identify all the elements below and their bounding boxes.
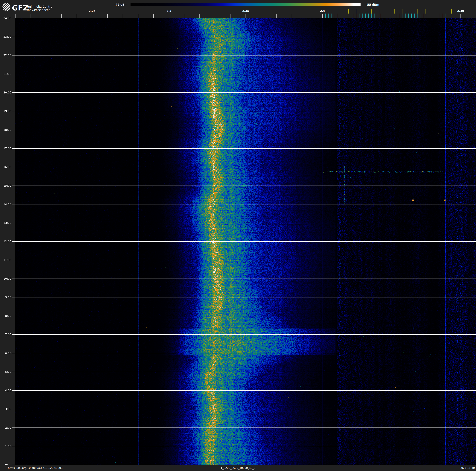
- hour-gridline: [12, 279, 476, 279]
- colorbar-max-label: -55 dBm: [366, 3, 379, 6]
- ble-channel-tick: [411, 14, 412, 18]
- date-label: 2024-11-30: [459, 466, 475, 470]
- freq-minor-tick: [153, 14, 154, 18]
- ble-channel-tick: [384, 14, 384, 18]
- ble-channel-tick: [427, 14, 427, 18]
- hour-gridline: [12, 428, 476, 428]
- freq-minor-tick: [276, 14, 276, 18]
- ble-channel-tick: [350, 14, 350, 18]
- hour-gridline: [12, 465, 476, 465]
- ble-channel-tick: [399, 14, 399, 18]
- wifi-channel-tick: [425, 9, 425, 14]
- ble-channel-tick: [368, 14, 369, 18]
- doi-label: https://doi.org/10.5880/GFZ.1.2.2024.003: [8, 466, 63, 470]
- colorbar: [131, 3, 360, 6]
- wifi-channel-tick: [348, 9, 349, 14]
- freq-minor-tick: [292, 14, 292, 18]
- ble-channel-tick: [424, 14, 424, 18]
- wifi-channel-tick: [356, 9, 357, 14]
- hour-gridline: [12, 334, 476, 335]
- hour-gridline: [12, 111, 476, 111]
- time-tick-label: 22:00: [0, 54, 11, 57]
- ble-channel-tick: [439, 14, 439, 18]
- freq-minor-tick: [15, 14, 16, 18]
- time-tick-label: 5:00: [0, 370, 11, 373]
- ble-channel-tick: [396, 14, 396, 18]
- ble-channel-tick: [353, 14, 353, 18]
- ble-channel-tick: [436, 14, 436, 18]
- spectrogram-page: GFZ Helmholtz Centre for Geosciences -75…: [0, 0, 476, 471]
- ble-channel-tick: [387, 14, 387, 18]
- ble-channel-tick: [390, 14, 390, 18]
- ble-channel-tick: [445, 14, 445, 18]
- freq-minor-tick: [200, 14, 200, 18]
- hour-gridline: [12, 353, 476, 353]
- wifi-channel-tick: [433, 9, 433, 14]
- hour-gridline: [12, 55, 476, 55]
- wifi-channel-tick: [394, 9, 395, 14]
- freq-minor-tick: [184, 14, 184, 18]
- time-tick-label: 13:00: [0, 221, 11, 224]
- wifi-channel-tick: [387, 9, 387, 14]
- ble-channel-tick: [430, 14, 430, 18]
- freq-minor-tick: [246, 14, 246, 18]
- ble-channel-tick: [393, 14, 393, 18]
- ble-channel-tick: [372, 14, 372, 18]
- brand-text: GFZ: [12, 4, 28, 12]
- hour-gridline: [12, 74, 476, 74]
- ble-channel-tick: [344, 14, 344, 18]
- time-tick-label: 6:00: [0, 352, 11, 355]
- brand-subtitle: Helmholtz Centre for Geosciences: [27, 5, 52, 12]
- wifi-channel-tick: [410, 9, 410, 14]
- time-tick-label: 14:00: [0, 203, 11, 206]
- hour-gridline: [12, 446, 476, 446]
- hour-gridline: [12, 409, 476, 409]
- time-tick-label: 20:00: [0, 91, 11, 94]
- hour-gridline: [12, 316, 476, 316]
- freq-minor-tick: [322, 14, 323, 18]
- hour-gridline: [12, 167, 476, 167]
- ble-channel-tick: [365, 14, 366, 18]
- freq-minor-tick: [261, 14, 261, 18]
- hour-gridline: [12, 241, 476, 242]
- ble-channel-tick: [332, 14, 332, 18]
- hour-gridline: [12, 148, 476, 149]
- time-tick-label: 23:00: [0, 35, 11, 38]
- ble-channel-tick: [442, 14, 442, 18]
- freq-tick-label: 2.3: [162, 9, 176, 12]
- wifi-channel-tick: [364, 9, 364, 14]
- hour-gridline: [12, 260, 476, 260]
- time-tick-label: 3:00: [0, 408, 11, 411]
- ble-channel-tick: [378, 14, 378, 18]
- hour-gridline: [12, 130, 476, 130]
- hour-gridline: [12, 204, 476, 204]
- brand-subtitle-line2: for Geosciences: [27, 8, 52, 12]
- ble-channel-tick: [433, 14, 433, 18]
- freq-minor-tick: [307, 14, 307, 18]
- colorbar-min-label: -75 dBm: [100, 3, 127, 6]
- hour-gridline: [12, 36, 476, 37]
- freq-minor-tick: [460, 14, 461, 18]
- wifi-channel-tick: [379, 9, 379, 14]
- wifi-channel-tick: [451, 9, 452, 14]
- freq-tick-label: 2.25: [85, 9, 99, 12]
- time-tick-label: 12:00: [0, 240, 11, 243]
- ble-channel-tick: [359, 14, 359, 18]
- freq-minor-tick: [123, 14, 123, 18]
- freq-minor-tick: [92, 14, 92, 18]
- freq-minor-tick: [215, 14, 215, 18]
- time-tick-label: 2:00: [0, 426, 11, 429]
- hour-gridline: [12, 297, 476, 297]
- freq-minor-tick: [138, 14, 138, 18]
- hour-gridline: [12, 223, 476, 223]
- time-tick-label: 24:00: [0, 17, 11, 20]
- time-tick-label: 18:00: [0, 128, 11, 131]
- wifi-channel-tick: [341, 9, 341, 14]
- freq-minor-tick: [169, 14, 169, 18]
- freq-minor-tick: [107, 14, 108, 18]
- hour-gridline: [12, 92, 476, 93]
- ble-channel-tick: [418, 14, 418, 18]
- freq-tick-label: 2.4: [316, 9, 329, 12]
- freq-minor-tick: [46, 14, 46, 18]
- ble-channel-tick: [325, 14, 326, 18]
